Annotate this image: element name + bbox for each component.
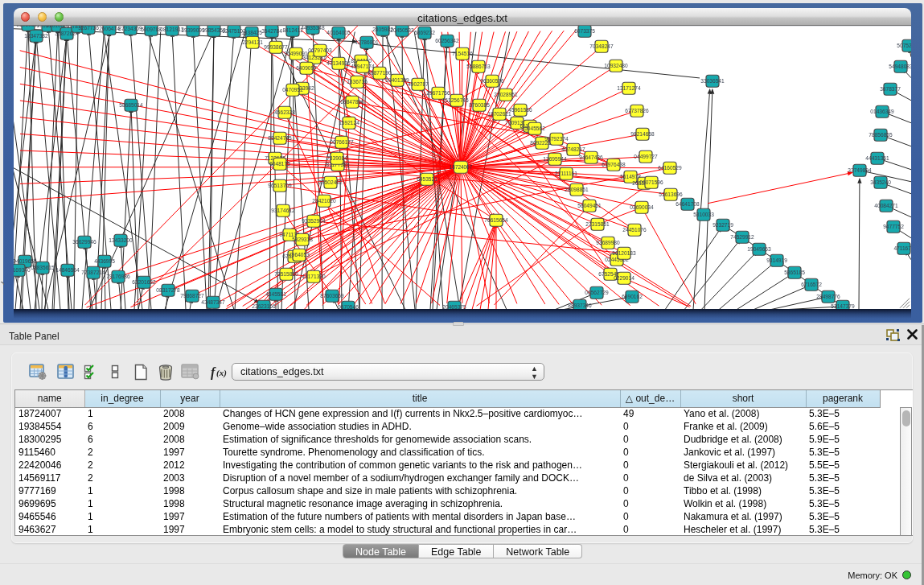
svg-text:1836736: 1836736 <box>347 78 368 84</box>
svg-text:42786801: 42786801 <box>355 39 379 44</box>
svg-text:33036541: 33036541 <box>700 77 725 83</box>
svg-text:1592124: 1592124 <box>339 119 359 125</box>
svg-text:96120183: 96120183 <box>612 249 636 255</box>
svg-text:93174612: 93174612 <box>271 207 295 212</box>
svg-text:49947174: 49947174 <box>351 63 375 68</box>
svg-text:9314919: 9314919 <box>766 257 787 262</box>
svg-text:6409097: 6409097 <box>296 64 317 70</box>
svg-text:04499727: 04499727 <box>634 153 658 159</box>
svg-text:93689980: 93689980 <box>596 239 620 245</box>
svg-text:39502402: 39502402 <box>318 179 343 184</box>
svg-text:79868727: 79868727 <box>180 292 204 298</box>
svg-text:28421020: 28421020 <box>312 197 336 203</box>
svg-text:45961586: 45961586 <box>508 106 532 112</box>
svg-text:20450533: 20450533 <box>390 27 414 32</box>
svg-text:69847896: 69847896 <box>340 98 364 104</box>
svg-text:0229014: 0229014 <box>614 274 634 280</box>
svg-text:54948083: 54948083 <box>889 63 911 68</box>
svg-text:78856855: 78856855 <box>869 131 893 137</box>
svg-text:08835615: 08835615 <box>31 264 55 270</box>
svg-text:87603669: 87603669 <box>320 292 344 298</box>
svg-text:27315851: 27315851 <box>585 220 610 226</box>
svg-text:0470952: 0470952 <box>282 86 303 92</box>
svg-text:98169340: 98169340 <box>14 266 31 272</box>
svg-text:36629946: 36629946 <box>72 238 97 244</box>
svg-text:55886753: 55886753 <box>466 63 491 68</box>
svg-text:18724007: 18724007 <box>450 163 473 169</box>
svg-text:96513709: 96513709 <box>268 182 292 187</box>
svg-text:7964053: 7964053 <box>289 251 310 257</box>
svg-text:2606474: 2606474 <box>99 26 120 31</box>
svg-text:59401399: 59401399 <box>385 76 409 82</box>
svg-text:7839084: 7839084 <box>326 154 347 160</box>
svg-text:56049451: 56049451 <box>577 202 602 208</box>
svg-text:27028951: 27028951 <box>494 91 518 97</box>
svg-text:88937346: 88937346 <box>568 302 592 307</box>
svg-text:24451076: 24451076 <box>622 226 647 232</box>
svg-text:60256342: 60256342 <box>435 37 459 43</box>
svg-text:96360576: 96360576 <box>480 77 504 83</box>
svg-text:23623166: 23623166 <box>252 303 276 308</box>
svg-text:18347382: 18347382 <box>24 32 48 38</box>
svg-text:87234309: 87234309 <box>118 26 142 31</box>
svg-text:28098851: 28098851 <box>565 186 589 192</box>
svg-text:01436349: 01436349 <box>870 108 894 113</box>
svg-text:(x): (x) <box>216 368 227 378</box>
svg-text:27111161: 27111161 <box>555 170 577 175</box>
svg-text:48877190: 48877190 <box>368 69 392 75</box>
svg-text:06797403: 06797403 <box>308 47 332 52</box>
svg-text:1838425: 1838425 <box>241 29 262 35</box>
svg-text:8412411: 8412411 <box>282 27 303 32</box>
svg-text:00766177: 00766177 <box>330 138 354 144</box>
svg-text:3267736: 3267736 <box>78 26 99 31</box>
svg-text:63201632: 63201632 <box>132 278 156 284</box>
svg-text:79176936: 79176936 <box>106 273 130 278</box>
svg-text:06071596: 06071596 <box>639 179 663 184</box>
svg-text:40748217: 40748217 <box>561 146 585 151</box>
svg-text:94019655: 94019655 <box>14 257 37 263</box>
svg-text:5009788: 5009788 <box>141 26 162 31</box>
svg-text:5329318: 5329318 <box>292 236 313 241</box>
svg-text:43171390: 43171390 <box>302 273 326 278</box>
svg-text:9477752: 9477752 <box>883 223 904 229</box>
svg-text:5310033: 5310033 <box>693 211 714 216</box>
svg-text:13695944: 13695944 <box>543 155 567 161</box>
svg-text:06562729: 06562729 <box>585 289 609 295</box>
svg-text:03690034: 03690034 <box>630 204 654 209</box>
svg-text:13171274: 13171274 <box>617 84 641 90</box>
svg-text:4345581: 4345581 <box>265 290 286 296</box>
svg-text:4902787: 4902787 <box>408 80 429 86</box>
svg-text:93792374: 93792374 <box>544 135 569 141</box>
svg-text:29671756: 29671756 <box>426 89 450 95</box>
svg-text:4436995: 4436995 <box>94 257 115 263</box>
svg-text:44935348: 44935348 <box>301 26 325 31</box>
svg-text:7154516: 7154516 <box>452 50 473 56</box>
svg-text:3678377: 3678377 <box>880 85 901 91</box>
svg-text:53147379: 53147379 <box>831 303 855 308</box>
svg-text:74529912: 74529912 <box>730 233 754 239</box>
svg-text:51613696: 51613696 <box>659 191 683 196</box>
svg-text:64160529: 64160529 <box>658 164 682 170</box>
svg-text:40164005: 40164005 <box>326 29 351 35</box>
svg-text:70348247: 70348247 <box>589 43 614 48</box>
svg-text:10932480: 10932480 <box>604 62 628 68</box>
svg-text:5865185: 5865185 <box>784 269 805 274</box>
svg-text:93352904: 93352904 <box>302 217 326 223</box>
svg-text:14846564: 14846564 <box>55 266 80 272</box>
svg-text:4711671: 4711671 <box>893 245 911 250</box>
svg-text:2294131: 2294131 <box>242 39 263 44</box>
svg-text:99938677: 99938677 <box>264 43 288 49</box>
svg-text:5869232: 5869232 <box>414 29 435 35</box>
svg-text:6073375: 6073375 <box>574 27 595 33</box>
svg-text:50752735: 50752735 <box>897 42 911 47</box>
svg-text:13433200: 13433200 <box>109 237 133 242</box>
svg-text:9232719: 9232719 <box>713 221 733 227</box>
svg-text:88424745: 88424745 <box>268 134 292 140</box>
svg-text:6453521: 6453521 <box>417 175 437 181</box>
svg-text:67737826: 67737826 <box>625 107 649 113</box>
svg-text:73515850: 73515850 <box>274 270 298 276</box>
svg-text:76615654: 76615654 <box>484 216 508 222</box>
svg-text:77387214: 77387214 <box>81 269 105 274</box>
svg-text:28498776: 28498776 <box>816 293 840 299</box>
svg-text:6048175: 6048175 <box>269 160 290 166</box>
